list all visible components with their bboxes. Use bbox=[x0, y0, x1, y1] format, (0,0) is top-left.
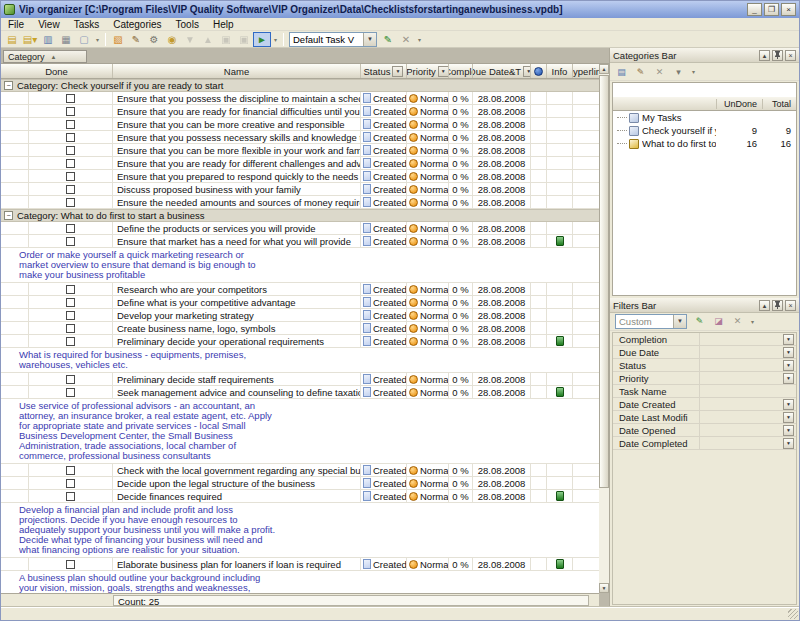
task-row[interactable]: Preliminary decide your operational requ… bbox=[1, 335, 599, 348]
task-checkbox[interactable] bbox=[66, 388, 75, 397]
minimize-button[interactable]: _ bbox=[747, 3, 762, 16]
task-row[interactable]: Ensure that you possess the discipline t… bbox=[1, 92, 599, 105]
note-icon[interactable] bbox=[556, 387, 564, 397]
task-checkbox[interactable] bbox=[66, 466, 75, 475]
task-checkbox[interactable] bbox=[66, 492, 75, 501]
categories-pin-icon[interactable] bbox=[772, 50, 783, 61]
task-row[interactable]: Develop your marketing strategyCreatedNo… bbox=[1, 309, 599, 322]
column-header-recurrence[interactable] bbox=[531, 64, 547, 78]
task-checkbox[interactable] bbox=[66, 324, 75, 333]
new-category-button[interactable]: ▤ bbox=[613, 65, 630, 79]
task-row[interactable]: Seek management advice and counseling to… bbox=[1, 386, 599, 399]
task-checkbox[interactable] bbox=[66, 560, 75, 569]
task-row[interactable]: Define what is your competitive advantag… bbox=[1, 296, 599, 309]
task-row[interactable]: Ensure that you are ready for financial … bbox=[1, 105, 599, 118]
task-row[interactable]: Ensure that you can be more creative and… bbox=[1, 118, 599, 131]
categories-toolbar-overflow[interactable]: ▾ bbox=[690, 64, 697, 79]
clear-filter-button[interactable]: ◪ bbox=[710, 314, 727, 328]
scroll-up-arrow[interactable]: ▲ bbox=[599, 64, 609, 74]
filter-preset-dropdown-icon[interactable]: ▼ bbox=[673, 315, 686, 328]
print-button[interactable]: ▦ bbox=[57, 32, 75, 47]
note-icon[interactable] bbox=[556, 559, 564, 569]
priority-filter-dropdown[interactable]: ▼ bbox=[438, 66, 449, 77]
category-tree-item[interactable]: What to do first to start a business1616 bbox=[613, 137, 796, 150]
filter-dropdown-icon[interactable]: ▼ bbox=[783, 360, 794, 371]
task-row[interactable]: Research who are your competitorsCreated… bbox=[1, 283, 599, 296]
menu-file[interactable]: File bbox=[1, 19, 31, 30]
status-filter-dropdown[interactable]: ▼ bbox=[392, 66, 403, 77]
close-button[interactable]: × bbox=[781, 3, 796, 16]
column-header-due-date[interactable]: Due Date&T ▼ bbox=[473, 64, 531, 78]
edit-task-button[interactable]: ✎ bbox=[127, 32, 145, 47]
filter-dropdown-icon[interactable]: ▼ bbox=[783, 425, 794, 436]
task-checkbox[interactable] bbox=[66, 375, 75, 384]
column-header-complete[interactable]: Comple bbox=[449, 64, 473, 78]
task-checkbox[interactable] bbox=[66, 120, 75, 129]
new-note-button[interactable]: ▢ bbox=[75, 32, 93, 47]
task-row[interactable]: Preliminary decide staff requirementsCre… bbox=[1, 373, 599, 386]
column-header-status[interactable]: Status ▼ bbox=[361, 64, 407, 78]
restore-button[interactable]: ❐ bbox=[764, 3, 779, 16]
task-checkbox[interactable] bbox=[66, 94, 75, 103]
filter-dropdown-icon[interactable]: ▼ bbox=[783, 334, 794, 345]
task-checkbox[interactable] bbox=[66, 107, 75, 116]
task-view-dropdown-icon[interactable]: ▼ bbox=[363, 33, 376, 46]
task-checkbox[interactable] bbox=[66, 146, 75, 155]
task-checkbox[interactable] bbox=[66, 337, 75, 346]
filters-collapse-button[interactable]: ▴ bbox=[759, 300, 770, 311]
open-database-button[interactable]: ▤▾ bbox=[21, 32, 39, 47]
toolbar-overflow-handle[interactable]: ▾ bbox=[272, 32, 279, 47]
delete-category-button[interactable]: ✕ bbox=[651, 65, 668, 79]
filter-row-due-date[interactable]: Due Date▼ bbox=[613, 346, 796, 359]
category-group-row[interactable]: −Category: What to do first to start a b… bbox=[1, 209, 599, 222]
total-column-header[interactable]: Total bbox=[762, 99, 796, 109]
task-row[interactable]: Ensure that you possess necessary skills… bbox=[1, 131, 599, 144]
task-checkbox[interactable] bbox=[66, 159, 75, 168]
column-header-done[interactable]: Done bbox=[1, 64, 113, 78]
task-row[interactable]: Ensure that market has a need for what y… bbox=[1, 235, 599, 248]
filter-row-completion[interactable]: Completion▼ bbox=[613, 333, 796, 346]
menu-tools[interactable]: Tools bbox=[169, 19, 206, 30]
filter-dropdown-icon[interactable]: ▼ bbox=[783, 438, 794, 449]
task-checkbox[interactable] bbox=[66, 237, 75, 246]
task-row[interactable]: Decide finances requiredCreatedNormal0 %… bbox=[1, 490, 599, 503]
task-row[interactable]: Discuss proposed business with your fami… bbox=[1, 183, 599, 196]
task-checkbox[interactable] bbox=[66, 285, 75, 294]
go-button[interactable]: ► bbox=[253, 32, 271, 47]
note-icon[interactable] bbox=[556, 491, 564, 501]
filter-row-date-opened[interactable]: Date Opened▼ bbox=[613, 424, 796, 437]
menu-view[interactable]: View bbox=[31, 19, 67, 30]
filters-pin-icon[interactable] bbox=[772, 300, 783, 311]
task-checkbox[interactable] bbox=[66, 311, 75, 320]
group-by-category-button[interactable]: Category ▲ bbox=[3, 50, 87, 63]
task-row[interactable]: Check with the local government regardin… bbox=[1, 464, 599, 477]
column-header-info[interactable]: Info bbox=[547, 64, 573, 78]
toolbar-overflow-handle[interactable]: ▾ bbox=[94, 32, 101, 47]
task-row[interactable]: Ensure that you can be more flexible in … bbox=[1, 144, 599, 157]
task-checkbox[interactable] bbox=[66, 298, 75, 307]
task-tools-button[interactable]: ⚙ bbox=[145, 32, 163, 47]
task-row[interactable]: Create business name, logo, symbolsCreat… bbox=[1, 322, 599, 335]
task-row[interactable]: Ensure that you are ready for different … bbox=[1, 157, 599, 170]
category-tree-item[interactable]: Check yourself if you are ready to s99 bbox=[613, 124, 796, 137]
task-checkbox[interactable] bbox=[66, 133, 75, 142]
vertical-scrollbar[interactable]: ▲ ▼ bbox=[599, 64, 609, 593]
task-view-combo[interactable]: Default Task V▼ bbox=[289, 32, 377, 47]
filter-dropdown-icon[interactable]: ▼ bbox=[783, 412, 794, 423]
resize-grip[interactable] bbox=[788, 609, 798, 619]
collapse-icon[interactable]: − bbox=[4, 211, 13, 220]
note-icon[interactable] bbox=[556, 336, 564, 346]
categories-collapse-button[interactable]: ▴ bbox=[759, 50, 770, 61]
filters-close-button[interactable]: × bbox=[785, 300, 796, 311]
task-row[interactable]: Define the products or services you will… bbox=[1, 222, 599, 235]
task-checkbox[interactable] bbox=[66, 185, 75, 194]
task-row[interactable]: Ensure that you prepared to respond quic… bbox=[1, 170, 599, 183]
toolbar-overflow-handle[interactable]: ▾ bbox=[416, 32, 423, 47]
task-checkbox[interactable] bbox=[66, 479, 75, 488]
filter-row-priority[interactable]: Priority▼ bbox=[613, 372, 796, 385]
category-tree-item[interactable]: My Tasks bbox=[613, 111, 796, 124]
save-button[interactable]: ▥ bbox=[39, 32, 57, 47]
column-header-priority[interactable]: Priority ▼ bbox=[407, 64, 449, 78]
task-checkbox[interactable] bbox=[66, 198, 75, 207]
task-checkbox[interactable] bbox=[66, 172, 75, 181]
